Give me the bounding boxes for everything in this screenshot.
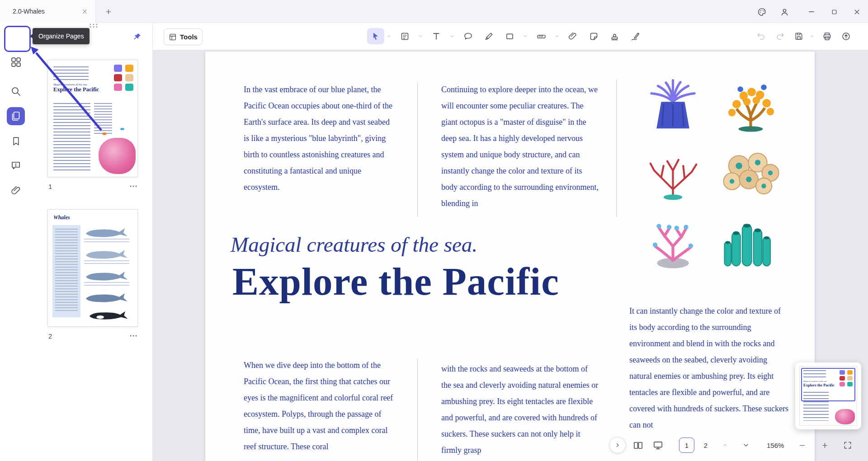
close-window-button[interactable]: [850, 5, 863, 19]
ruler-icon: [537, 32, 546, 41]
thumbnail-text-lines: [84, 282, 129, 287]
save-button[interactable]: [790, 28, 807, 44]
account-button[interactable]: [778, 5, 791, 19]
annotation-arrow: [24, 43, 109, 136]
plus-icon: [821, 442, 829, 449]
measure-tool[interactable]: [533, 28, 550, 44]
chevron-down-icon: [523, 34, 528, 38]
page-1-more-button[interactable]: [127, 182, 139, 191]
zoom-out-button[interactable]: [797, 439, 807, 451]
page-layout-button[interactable]: [632, 439, 644, 451]
fit-screen-button[interactable]: [842, 439, 854, 451]
comment-bubble-icon: [10, 160, 21, 171]
attachments-button[interactable]: [7, 181, 25, 199]
shape-tool[interactable]: [501, 28, 518, 44]
chevron-down-icon: [418, 34, 423, 38]
paragraph-octopus-right: It can instantly change the color and te…: [629, 303, 789, 433]
export-icon: [841, 32, 851, 41]
chevron-up-icon: [722, 442, 729, 449]
thumbnail-coral-icons: [114, 65, 134, 91]
page-thumbnails-button[interactable]: [7, 107, 25, 125]
teal-tube-coral-image: [718, 213, 783, 270]
theme-button[interactable]: [755, 5, 769, 19]
column-divider: [616, 80, 617, 217]
attachment-tool[interactable]: [564, 28, 581, 44]
red-fan-coral-image: [640, 145, 706, 201]
pdf-page: In the vast embrace of our blue planet, …: [205, 52, 815, 461]
page-2-more-button[interactable]: [127, 331, 139, 340]
shape-tool-dropdown[interactable]: [522, 28, 529, 44]
chevron-right-icon: [614, 442, 621, 449]
tools-menu-button[interactable]: Tools: [164, 28, 203, 45]
page-1-label: 1: [48, 183, 52, 190]
document-viewport[interactable]: In the vast embrace of our blue planet, …: [153, 50, 868, 461]
page-2-thumbnail[interactable]: Whales: [47, 209, 138, 327]
signature-tool[interactable]: [627, 28, 644, 44]
minimize-button[interactable]: [805, 5, 818, 19]
chevron-down-icon: [810, 34, 814, 38]
bookmarks-button[interactable]: [7, 132, 25, 150]
undo-button[interactable]: [752, 28, 769, 44]
more-options-icon: [130, 335, 137, 337]
page-navigator-minimap[interactable]: Magical creatures of the sea. Explore th…: [795, 362, 861, 429]
measure-tool-dropdown[interactable]: [553, 28, 561, 44]
current-page-value: 1: [685, 442, 689, 449]
edit-page-tool[interactable]: [396, 28, 413, 44]
comment-tool[interactable]: [459, 28, 476, 44]
select-tool-dropdown[interactable]: [385, 28, 392, 44]
text-tool-dropdown[interactable]: [448, 28, 456, 44]
current-page-input[interactable]: 1: [679, 437, 694, 453]
edit-page-dropdown[interactable]: [417, 28, 424, 44]
column-divider: [417, 82, 418, 217]
zoom-in-button[interactable]: [819, 439, 830, 451]
tools-icon: [169, 33, 177, 41]
minimize-icon: [807, 8, 816, 16]
print-button[interactable]: [818, 28, 835, 44]
tooltip-text: Organize Pages: [38, 33, 84, 40]
page-2-button[interactable]: 2: [701, 439, 711, 451]
new-tab-button[interactable]: [103, 6, 114, 17]
redo-button[interactable]: [771, 28, 788, 44]
organize-pages-tooltip: Organize Pages: [33, 28, 90, 44]
collapse-bar-button[interactable]: [609, 437, 626, 453]
tab-close-button[interactable]: [80, 6, 90, 17]
select-tool[interactable]: [367, 28, 384, 44]
save-dropdown[interactable]: [808, 28, 816, 44]
previous-page-button[interactable]: [720, 439, 731, 451]
maximize-icon: [830, 8, 838, 16]
main-toolbar: Tools: [153, 23, 868, 50]
minimap-viewport-rect[interactable]: [801, 368, 855, 401]
orca-illustration: [88, 310, 131, 321]
organize-pages-button[interactable]: [7, 53, 25, 71]
search-icon: [10, 86, 21, 97]
stamp-tool[interactable]: [606, 28, 623, 44]
more-options-icon: [130, 185, 137, 187]
zoom-level[interactable]: 156%: [767, 442, 784, 449]
bookmark-icon: [11, 136, 21, 146]
undo-icon: [756, 32, 766, 41]
fit-screen-icon: [843, 441, 852, 450]
next-page-button[interactable]: [741, 439, 751, 451]
whale-illustration: [83, 249, 132, 260]
thumbnail-title: Whales: [53, 214, 70, 221]
pin-icon: [133, 33, 142, 41]
document-tab[interactable]: 2.0-Whales: [0, 0, 96, 23]
comments-button[interactable]: [7, 156, 25, 174]
search-button[interactable]: [7, 82, 25, 100]
coral-image-grid: [634, 70, 789, 276]
annotation-toolbar: [367, 28, 647, 44]
whale-illustration: [83, 292, 132, 304]
minus-icon: [798, 442, 806, 449]
pen-tool[interactable]: [480, 28, 497, 44]
print-icon: [822, 32, 832, 41]
export-button[interactable]: [837, 28, 854, 44]
presentation-button[interactable]: [652, 439, 664, 451]
sticker-tool[interactable]: [585, 28, 602, 44]
text-tool[interactable]: [428, 28, 445, 44]
user-icon: [780, 7, 789, 17]
pdf-editor-window: 2.0-Whales: [0, 0, 868, 461]
pin-panel-button[interactable]: [131, 31, 143, 42]
maximize-button[interactable]: [827, 5, 841, 19]
chevron-down-icon: [387, 34, 391, 38]
paperclip-icon: [11, 185, 21, 196]
